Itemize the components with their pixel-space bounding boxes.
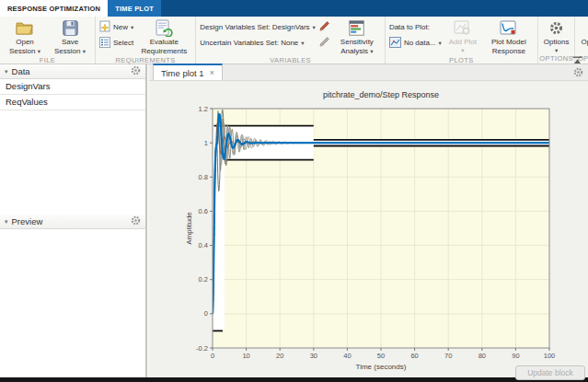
pencil-icon-disabled — [318, 36, 330, 50]
svg-text:1: 1 — [204, 139, 208, 147]
data-panel-header[interactable]: ▾ Data — [0, 64, 145, 79]
options-button[interactable]: Options ▾ — [542, 19, 571, 53]
step-response-chart: 0102030405060708090100-0.200.20.40.60.81… — [149, 81, 588, 376]
bottom-edge-bar — [0, 377, 588, 382]
pencil-icon — [318, 20, 330, 34]
sensitivity-analysis-label: Sensitivity Analysis — [340, 38, 374, 55]
sensitivity-analysis-button[interactable]: Sensitivity Analysis ▾ — [333, 19, 381, 55]
svg-text:0.6: 0.6 — [199, 207, 208, 215]
svg-text:100: 100 — [544, 352, 556, 360]
plot-workspace: Time plot 1 × 0102030405060708090100-0.2… — [149, 64, 588, 377]
svg-text:0.4: 0.4 — [199, 241, 208, 249]
app-tab-strip: RESPONSE OPTIMIZATION TIME PLOT — [0, 0, 588, 17]
optimize-button[interactable]: Optimize ▾ — [579, 19, 588, 53]
close-icon[interactable]: × — [210, 68, 214, 77]
select-requirement-button[interactable]: Select — [99, 35, 133, 51]
time-plot-figure[interactable]: 0102030405060708090100-0.200.20.40.60.81… — [149, 81, 588, 377]
data-to-plot-icon — [389, 37, 401, 50]
svg-text:0.8: 0.8 — [199, 173, 208, 181]
uncertain-variables-set-dropdown[interactable]: Uncertain Variables Set: None ▾ — [200, 35, 316, 51]
ribbon: Open Session ▾ Save Session ▾ FILE — [0, 17, 588, 64]
ribbon-section-variables: Design Variables Set: DesignVars ▾ Uncer… — [196, 17, 386, 64]
collapse-chevron-icon: ▾ — [5, 68, 8, 75]
ribbon-section-options: Options ▾ OPTIONS — [538, 17, 576, 64]
svg-text:90: 90 — [512, 352, 519, 360]
gear-icon — [549, 19, 563, 37]
add-plot-label: Add Plot — [446, 38, 479, 47]
tab-response-optimization[interactable]: RESPONSE OPTIMIZATION — [0, 0, 108, 17]
chart-ylabel: Amplitude — [185, 212, 193, 245]
svg-text:0: 0 — [211, 352, 214, 360]
data-panel-title: Data — [12, 66, 30, 76]
preview-panel-header[interactable]: ▾ Preview — [0, 214, 145, 229]
evaluate-requirements-label: Evaluate Requirements — [138, 38, 190, 55]
gear-icon[interactable] — [131, 215, 141, 227]
plot-model-response-button[interactable]: Plot Model Response — [484, 19, 534, 55]
evaluate-requirements-icon — [156, 19, 173, 37]
edit-design-variables-button[interactable] — [318, 19, 330, 35]
chevron-down-icon: ▾ — [555, 47, 558, 54]
tab-time-plot-1[interactable]: Time plot 1 × — [153, 64, 223, 80]
svg-text:0.2: 0.2 — [199, 275, 208, 284]
evaluate-requirements-button[interactable]: Evaluate Requirements — [136, 19, 191, 55]
chevron-down-icon: ▾ — [83, 48, 86, 54]
svg-text:0: 0 — [204, 309, 208, 318]
add-plot-icon — [454, 19, 471, 37]
svg-text:80: 80 — [478, 352, 486, 360]
ribbon-section-requirements: New ▾ Select Evaluate Requirements REQUI… — [96, 17, 196, 64]
no-data-label: No data... — [404, 39, 436, 47]
ribbon-section-file: Open Session ▾ Save Session ▾ FILE — [0, 17, 96, 64]
chart-xlabel: Time (seconds) — [356, 363, 407, 371]
svg-text:20: 20 — [276, 352, 283, 360]
uncertain-variables-set-label: Uncertain Variables Set: None — [200, 39, 298, 47]
ribbon-section-plots: Data to Plot: No data... ▾ Add Plot ▾ — [386, 17, 538, 64]
svg-text:70: 70 — [444, 352, 452, 360]
data-to-plot-label: Data to Plot: — [389, 19, 442, 35]
chevron-down-icon: ▾ — [131, 24, 133, 31]
gear-icon[interactable] — [573, 64, 583, 81]
add-plot-button[interactable]: Add Plot ▾ — [444, 19, 481, 53]
design-variables-set-dropdown[interactable]: Design Variables Set: DesignVars ▾ — [200, 19, 316, 35]
select-requirement-label: Select — [113, 39, 133, 47]
chevron-down-icon: ▾ — [370, 48, 373, 54]
data-item-reqvalues[interactable]: ReqValues — [0, 95, 145, 110]
optimize-label: Optimize — [581, 38, 588, 47]
collapse-chevron-icon: ▾ — [5, 218, 8, 226]
open-session-label: Open Session — [9, 38, 35, 55]
tab-response-optimization-label: RESPONSE OPTIMIZATION — [7, 5, 100, 13]
chevron-down-icon: ▾ — [439, 40, 442, 47]
plot-model-response-label: Plot Model Response — [486, 38, 532, 55]
tab-time-plot[interactable]: TIME PLOT — [108, 0, 161, 17]
open-session-button[interactable]: Open Session ▾ — [4, 19, 46, 55]
svg-text:-0.2: -0.2 — [196, 344, 208, 353]
gear-icon[interactable] — [131, 65, 141, 77]
new-requirement-button[interactable]: New ▾ — [99, 19, 133, 35]
select-list-icon — [99, 37, 110, 50]
data-to-plot-dropdown[interactable]: No data... ▾ — [389, 35, 442, 51]
open-folder-icon — [16, 19, 34, 37]
svg-text:1.2: 1.2 — [199, 105, 208, 113]
new-requirement-label: New — [113, 23, 128, 31]
svg-text:50: 50 — [377, 352, 385, 360]
save-floppy-icon — [63, 19, 78, 37]
design-variables-set-label: Design Variables Set: DesignVars — [200, 23, 309, 31]
update-block-button[interactable]: Update block — [515, 365, 585, 380]
plot-model-response-icon — [500, 19, 517, 37]
options-label: Options — [544, 38, 570, 47]
tab-time-plot-label: TIME PLOT — [115, 5, 154, 13]
chevron-down-icon: ▾ — [38, 48, 40, 54]
browser-panel: ▾ Data DesignVars ReqValues ▾ Preview — [0, 64, 147, 377]
new-requirement-icon — [99, 20, 110, 34]
plot-tab-bar: Time plot 1 × — [149, 64, 588, 81]
edit-uncertain-variables-button[interactable] — [318, 35, 330, 51]
minimize-ribbon-button[interactable] — [571, 52, 583, 61]
chevron-down-icon: ▾ — [313, 24, 316, 31]
chart-title: pitchrate_demo/Step Response — [323, 90, 439, 99]
chevron-down-icon: ▾ — [461, 47, 464, 54]
tab-time-plot-1-label: Time plot 1 — [161, 68, 204, 78]
data-item-designvars[interactable]: DesignVars — [0, 79, 145, 95]
svg-text:40: 40 — [343, 352, 351, 360]
svg-text:10: 10 — [242, 352, 249, 360]
save-session-button[interactable]: Save Session ▾ — [49, 19, 91, 55]
chevron-down-icon: ▾ — [301, 40, 304, 47]
